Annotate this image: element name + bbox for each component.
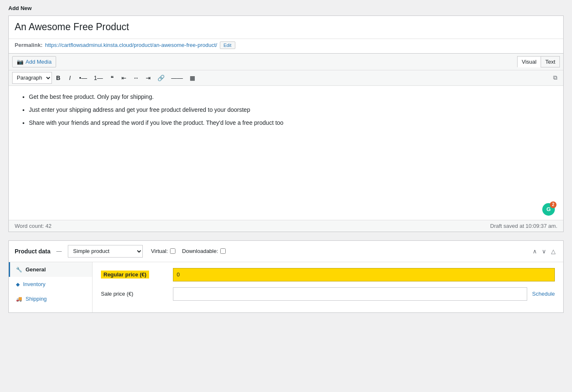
collapse-toggle-button[interactable]: △ — [549, 247, 557, 255]
align-right-button[interactable]: ⇥ — [143, 72, 154, 84]
paragraph-select[interactable]: Paragraph — [12, 72, 52, 84]
page-wrapper: Add New Permalink: https://cartflowsadmi… — [0, 0, 572, 392]
list-item: Get the best free product. Only pay for … — [29, 93, 553, 101]
tab-general[interactable]: General — [9, 262, 92, 277]
list-item: Share with your friends and spread the w… — [29, 119, 553, 127]
product-data-sidebar: General Inventory Shipping — [9, 262, 93, 312]
regular-price-row: Regular price (€) — [101, 268, 555, 281]
align-center-button[interactable]: ↔ — [130, 72, 142, 84]
tab-shipping[interactable]: Shipping — [9, 291, 92, 306]
blockquote-button[interactable]: ❝ — [107, 72, 118, 84]
product-data-body: General Inventory Shipping — [9, 262, 563, 312]
product-data-collapse: ∧ ∨ △ — [531, 247, 557, 255]
fullscreen-button[interactable]: ⧉ — [551, 73, 560, 83]
main-content: Permalink: https://cartflowsadminui.kins… — [0, 15, 572, 313]
unordered-list-button[interactable]: •— — [76, 72, 90, 84]
add-media-label: Add Media — [26, 59, 52, 65]
product-data-header: Product data — Simple product Variable p… — [9, 241, 563, 262]
general-tab-label: General — [26, 266, 46, 273]
editor-footer: Word count: 42 Draft saved at 10:09:37 a… — [9, 220, 563, 232]
virtual-label: Virtual: — [151, 248, 168, 254]
link-button[interactable]: 🔗 — [155, 72, 167, 84]
bold-button[interactable]: B — [53, 72, 64, 84]
wrench-icon — [16, 266, 22, 273]
diamond-icon — [16, 281, 20, 287]
product-data-section: Product data — Simple product Variable p… — [8, 240, 564, 313]
downloadable-checkbox[interactable] — [220, 248, 226, 254]
more-button[interactable]: ―― — [168, 72, 186, 84]
permalink-row: Permalink: https://cartflowsadminui.kins… — [9, 39, 563, 53]
regular-price-input[interactable] — [173, 268, 555, 281]
add-media-icon: 📷 — [17, 59, 23, 65]
format-toolbar: Paragraph B I •— 1— ❝ ⇤ ↔ ⇥ 🔗 ―― ▦ ⧉ — [9, 70, 563, 86]
grammarly-label: G — [546, 206, 551, 212]
sale-price-input[interactable] — [173, 287, 527, 301]
editor-top-toolbar: 📷 Add Media Visual Text — [9, 54, 563, 70]
draft-saved: Draft saved at 10:09:37 am. — [490, 223, 557, 229]
editor-content[interactable]: Get the best free product. Only pay for … — [9, 86, 563, 220]
toolbar-left: 📷 Add Media — [12, 56, 56, 67]
permalink-label: Permalink: — [15, 42, 42, 48]
visual-tab[interactable]: Visual — [517, 56, 541, 67]
editor-wrapper: 📷 Add Media Visual Text Paragraph B I •—… — [8, 54, 564, 232]
collapse-up-button[interactable]: ∧ — [531, 247, 539, 255]
add-new-button[interactable]: Add New — [8, 5, 32, 11]
regular-price-label: Regular price (€) — [101, 271, 168, 279]
schedule-link[interactable]: Schedule — [532, 291, 555, 297]
top-bar: Add New — [0, 0, 572, 15]
tab-inventory[interactable]: Inventory — [9, 277, 92, 291]
sale-price-text: Sale price (€) — [101, 291, 133, 297]
downloadable-option[interactable]: Downloadable: — [182, 248, 226, 254]
product-data-main: Regular price (€) Sale price (€) Schedul… — [93, 262, 563, 312]
list-item: Just enter your shipping address and get… — [29, 106, 553, 114]
italic-button[interactable]: I — [64, 72, 75, 84]
product-type-select[interactable]: Simple product Variable product Grouped … — [68, 245, 143, 258]
word-count: Word count: 42 — [15, 223, 52, 229]
add-media-button[interactable]: 📷 Add Media — [12, 56, 56, 67]
text-tab[interactable]: Text — [541, 56, 560, 67]
table-button[interactable]: ▦ — [187, 72, 198, 84]
virtual-option[interactable]: Virtual: — [151, 248, 175, 254]
permalink-link[interactable]: https://cartflowsadminui.kinsta.cloud/pr… — [45, 42, 217, 48]
product-data-dash: — — [57, 248, 62, 254]
ordered-list-button[interactable]: 1— — [91, 72, 106, 84]
post-title-box: Permalink: https://cartflowsadminui.kins… — [8, 15, 564, 54]
sale-price-row: Sale price (€) Schedule — [101, 287, 555, 301]
product-options: Virtual: Downloadable: — [151, 248, 226, 254]
shipping-tab-label: Shipping — [26, 296, 47, 302]
grammarly-count: 2 — [550, 201, 557, 208]
grammarly-badge[interactable]: G 2 — [542, 203, 555, 216]
truck-icon — [16, 296, 22, 302]
content-list: Get the best free product. Only pay for … — [19, 93, 553, 127]
collapse-down-button[interactable]: ∨ — [540, 247, 548, 255]
align-left-button[interactable]: ⇤ — [119, 72, 129, 84]
sale-price-label: Sale price (€) — [101, 291, 168, 297]
post-title-input[interactable] — [9, 16, 563, 39]
product-data-title: Product data — [15, 248, 51, 255]
inventory-tab-label: Inventory — [23, 281, 45, 287]
regular-price-text: Regular price (€) — [101, 271, 149, 279]
downloadable-label: Downloadable: — [182, 248, 218, 254]
virtual-checkbox[interactable] — [170, 248, 175, 254]
permalink-edit-button[interactable]: Edit — [220, 41, 235, 49]
toolbar-right: Visual Text — [517, 56, 560, 67]
